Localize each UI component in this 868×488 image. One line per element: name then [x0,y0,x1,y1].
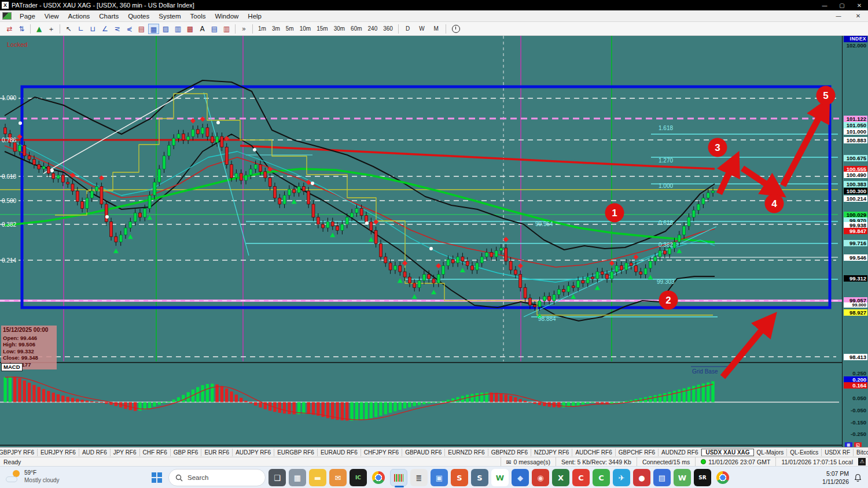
mdi-close-button[interactable]: ✕ [848,13,868,19]
taskbar-icon-photos[interactable]: ▣ [431,469,448,486]
timeframe-360[interactable]: 360 [380,25,396,32]
taskbar-icon-app-red-swirl[interactable]: ◉ [532,469,549,486]
timeframe-5m[interactable]: 5m [283,25,297,32]
chart-tab-gbpjpy-rf6[interactable]: GBPJPY RF6 [0,449,38,456]
menu-help[interactable]: Help [243,13,266,20]
timeframe-1m[interactable]: 1m [255,25,269,32]
chart-tab-gbpchf-rf6[interactable]: GBPCHF RF6 [616,449,659,456]
taskbar-icon-camtasia[interactable]: C [593,469,610,486]
chart-tab-chf-rf6[interactable]: CHF RF6 [140,449,171,456]
tool-icon-21[interactable]: » [238,24,249,34]
chart-tab-nzdjpy-rf6[interactable]: NZDJPY RF6 [531,449,572,456]
taskbar-icon-telegram[interactable]: ✈ [613,469,630,486]
weather-widget[interactable]: 59°F Mostly cloudy [6,469,60,484]
taskbar-icon-task-view[interactable]: ❑ [269,469,286,486]
taskbar-icon-w-green[interactable]: W [674,469,691,486]
menu-quotes[interactable]: Quotes [123,13,154,20]
taskbar-icon-chrome[interactable] [370,469,387,486]
taskbar-icon-file-explorer[interactable]: ▬ [309,469,326,486]
chart-page-icon[interactable] [2,12,12,20]
taskbar-icon-w-check[interactable]: W [491,469,509,486]
tool-icon-13[interactable]: ▦ [148,24,159,34]
minimize-button[interactable]: — [816,2,833,9]
menu-window[interactable]: Window [210,13,243,20]
timeframe-240[interactable]: 240 [365,25,381,32]
chart-tab-audchf-rf6[interactable]: AUDCHF RF6 [572,449,615,456]
taskbar-icon-chrome-2[interactable] [714,469,731,486]
timeframe-10m[interactable]: 10m [297,25,314,32]
taskbar-icon-excel[interactable]: X [552,469,569,486]
chart-tab-usdx-xau-xag[interactable]: USDX XAU XAG [701,449,753,456]
taskbar-icon-sublime-red[interactable]: S [451,469,468,486]
menu-view[interactable]: View [40,13,64,20]
tool-icon-10[interactable]: ⋜ [112,24,123,34]
tool-icon-6[interactable]: ↖ [63,24,74,34]
chart-tab-bitcoin[interactable]: Bitcoin [854,449,868,456]
period-d[interactable]: D [401,25,414,32]
timeframe-30m[interactable]: 30m [331,25,348,32]
timeframe-3m[interactable]: 3m [269,25,283,32]
tool-icon-16[interactable]: ▩ [185,24,196,34]
tool-icon-0[interactable]: ⇄ [4,24,15,34]
tool-icon-19[interactable]: ▥ [221,24,232,34]
chart-tab-jpy-rf6[interactable]: JPY RF6 [111,449,140,456]
tool-icon-9[interactable]: ∠ [100,24,111,34]
taskbar-icon-smlr[interactable]: SR [694,469,711,486]
chart-tab-gbpnzd-rf6[interactable]: GBPNZD RF6 [488,449,531,456]
taskbar-search[interactable]: Search [168,469,266,486]
taskbar-icon-notepad[interactable]: ≣ [410,469,428,486]
menu-actions[interactable]: Actions [64,13,95,20]
menu-tools[interactable]: Tools [186,13,211,20]
taskbar-icon-clipboard-blue[interactable]: ▤ [653,469,671,486]
tool-icon-17[interactable]: A [197,24,208,34]
tool-icon-14[interactable]: ▨ [160,24,171,34]
chart-tab-ql-exotics[interactable]: QL-Exotics [787,449,822,456]
session-clock-icon[interactable] [452,25,460,33]
tool-icon-4[interactable]: ＋ [46,24,57,34]
menu-page[interactable]: Page [15,13,40,20]
maximize-button[interactable]: ▢ [833,2,851,9]
start-button[interactable] [148,469,165,486]
taskbar-icon-app-blue[interactable]: ◆ [512,469,529,486]
chart-tab-chfjpy-rf6[interactable]: CHFJPY RF6 [361,449,402,456]
chart-tab-audjpy-rf6[interactable]: AUDJPY RF6 [233,449,274,456]
taskbar-icon-outlook[interactable]: ✉ [329,469,347,486]
period-m[interactable]: M [429,25,443,32]
chart-tab-usdx-rf[interactable]: USDX RF [822,449,854,456]
tool-icon-15[interactable]: ▥ [172,24,183,34]
taskbar-icon-ic-app[interactable]: IC [350,469,367,486]
chart-tab-ql-majors[interactable]: QL-Majors [754,449,788,456]
tool-icon-1[interactable]: ⇅ [16,24,27,34]
timeframe-15m[interactable]: 15m [314,25,330,32]
taskbar-icon-app-s-blue[interactable]: S [471,469,488,486]
taskbar-icon-cam-red[interactable]: ● [633,469,650,486]
chart-tab-eurnzd-rf6[interactable]: EURNZD RF6 [445,449,488,456]
chart-tab-gbpaud-rf6[interactable]: GBPAUD RF6 [402,449,445,456]
chart-tab-gbp-rf6[interactable]: GBP RF6 [171,449,202,456]
menu-charts[interactable]: Charts [94,13,123,20]
menu-system[interactable]: System [154,13,185,20]
notification-bell-icon[interactable] [854,474,862,482]
taskbar-clock[interactable]: 5:07 PM 1/11/2026 [822,469,849,486]
chart-tab-eur-rf6[interactable]: EUR RF6 [201,449,233,456]
tool-icon-11[interactable]: ⋞ [124,24,135,34]
chart-tab-euraud-rf6[interactable]: EURAUD RF6 [318,449,361,456]
timeframe-60m[interactable]: 60m [348,25,365,32]
price-scale[interactable]: INDEX 102.000101.122101.050101.000100.88… [842,36,868,447]
mdi-minimize-button[interactable]: — [829,13,848,19]
taskbar-icon-calculator[interactable]: ▦ [289,469,306,486]
tool-icon-8[interactable]: ⊔ [87,24,98,34]
taskbar-icon-patrader[interactable] [390,469,407,486]
tool-icon-3[interactable]: ▲ [34,24,45,34]
period-w[interactable]: W [414,25,429,32]
close-button[interactable]: ✕ [851,2,868,9]
tool-icon-18[interactable]: ▤ [209,24,220,34]
chart-tab-eurjpy-rf6[interactable]: EURJPY RF6 [38,449,79,456]
taskbar-icon-c-red[interactable]: C [572,469,590,486]
chart-tab-audnzd-rf6[interactable]: AUDNZD RF6 [659,449,701,456]
chart-tab-eurgbp-rf6[interactable]: EURGBP RF6 [274,449,318,456]
chart-area[interactable]: 123451.0000.7860.6180.5000.3820.2141.618… [0,36,842,447]
tool-icon-7[interactable]: ∟ [75,24,86,34]
chart-tab-aud-rf6[interactable]: AUD RF6 [79,449,111,456]
tool-icon-12[interactable]: ▤ [136,24,147,34]
